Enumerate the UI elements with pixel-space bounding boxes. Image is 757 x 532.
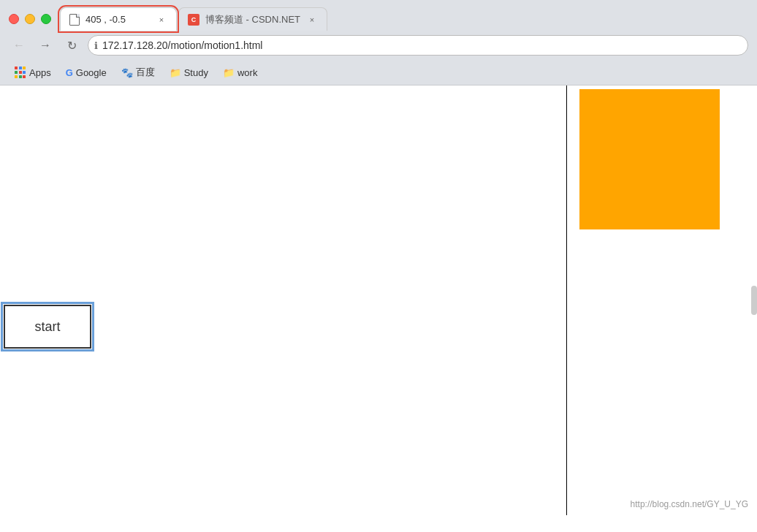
tab-active-close[interactable]: × <box>156 14 167 26</box>
bookmark-study[interactable]: 📁 Study <box>164 66 214 80</box>
browser-chrome: 405 , -0.5 × C 博客频道 - CSDN.NET × ← → ↻ ℹ… <box>0 0 757 86</box>
apps-icon <box>15 66 26 78</box>
tab-page-icon <box>69 14 80 26</box>
baidu-icon: 🐾 <box>121 67 133 78</box>
page-content: start http://blog.csdn.net/GY_U_YG <box>0 86 757 515</box>
bookmark-apps[interactable]: Apps <box>9 65 57 80</box>
status-bar: http://blog.csdn.net/GY_U_YG <box>631 499 748 509</box>
bookmarks-bar: Apps G Google 🐾 百度 📁 Study 📁 work <box>0 61 757 86</box>
tab-csdn[interactable]: C 博客频道 - CSDN.NET × <box>178 7 327 31</box>
traffic-light-red[interactable] <box>9 14 19 24</box>
start-button[interactable]: start <box>4 305 91 349</box>
tab-csdn-close[interactable]: × <box>306 14 318 26</box>
address-bar[interactable]: ℹ 172.17.128.20/motion/motion1.html <box>88 35 748 56</box>
bookmark-apps-label: Apps <box>29 67 51 78</box>
bookmark-google[interactable]: G Google <box>60 66 113 80</box>
info-icon: ℹ <box>94 40 98 51</box>
scrollbar-thumb[interactable] <box>751 286 757 315</box>
bookmark-baidu[interactable]: 🐾 百度 <box>115 64 161 80</box>
forward-icon: → <box>39 39 51 52</box>
back-button[interactable]: ← <box>9 35 29 56</box>
bookmark-baidu-label: 百度 <box>136 66 155 79</box>
bookmark-google-label: Google <box>76 67 107 78</box>
vertical-divider <box>566 86 567 515</box>
tab-csdn-title: 博客频道 - CSDN.NET <box>205 13 300 26</box>
traffic-light-green[interactable] <box>41 14 51 24</box>
work-folder-icon: 📁 <box>223 67 235 78</box>
study-folder-icon: 📁 <box>170 67 181 78</box>
address-bar-row: ← → ↻ ℹ 172.17.128.20/motion/motion1.htm… <box>0 31 757 61</box>
url-display: 172.17.128.20/motion/motion1.html <box>102 39 262 51</box>
tab-bar: 405 , -0.5 × C 博客频道 - CSDN.NET × <box>60 7 748 31</box>
back-icon: ← <box>13 39 25 52</box>
tab-active-title: 405 , -0.5 <box>85 14 150 25</box>
refresh-icon: ↻ <box>67 39 77 53</box>
forward-button[interactable]: → <box>35 35 56 56</box>
bookmark-work[interactable]: 📁 work <box>217 66 263 80</box>
google-icon: G <box>66 67 73 78</box>
csdn-favicon: C <box>188 14 199 26</box>
orange-box <box>579 89 720 229</box>
traffic-light-yellow[interactable] <box>25 14 35 24</box>
traffic-lights <box>9 14 51 24</box>
traffic-light-area: 405 , -0.5 × C 博客频道 - CSDN.NET × <box>0 0 757 31</box>
bookmark-work-label: work <box>237 67 257 78</box>
bookmark-study-label: Study <box>184 67 208 78</box>
refresh-button[interactable]: ↻ <box>61 35 82 56</box>
tab-active[interactable]: 405 , -0.5 × <box>60 7 177 31</box>
